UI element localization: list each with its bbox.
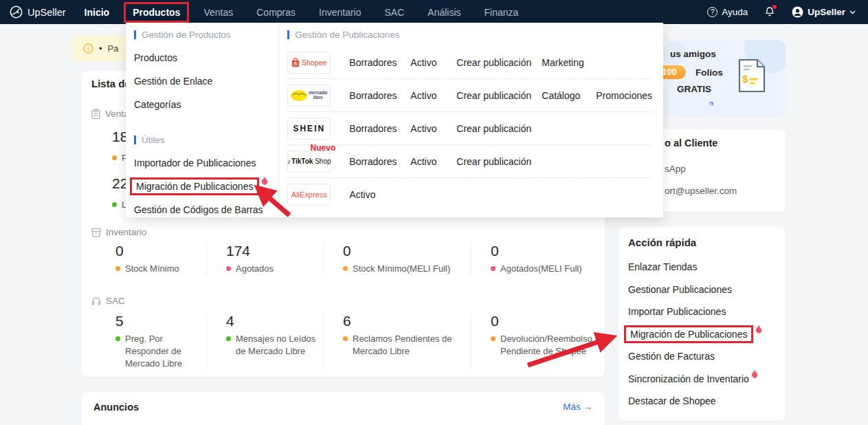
notifications-button[interactable] — [764, 6, 775, 18]
sac-stats: 5Preg. Por Responder de Mercado Libre4Me… — [81, 313, 592, 370]
red-dot — [491, 266, 496, 271]
nav-item-inicio[interactable]: Inicio — [85, 7, 110, 18]
stat-cell: 0Stock Mínimo(MELI Full) — [323, 243, 471, 275]
link-activo[interactable]: Activo — [410, 156, 456, 167]
stat-value: 4 — [226, 313, 323, 329]
whatsapp-link[interactable]: sApp — [665, 164, 686, 174]
stat-label-text: Devolución/Reembolso Pendiente de Shopee — [500, 333, 592, 358]
venta-section-label: Venta — [91, 109, 129, 119]
nav-item-sac[interactable]: SAC — [385, 7, 405, 18]
stat-label: Stock Mínimo(MELI Full) — [343, 263, 471, 275]
annotation-box: Migración de Publicaciones — [130, 177, 259, 195]
stat-value: 0 — [491, 313, 592, 329]
aliexpress-logo: AliExpress — [291, 190, 327, 199]
menu-item-label: Productos — [134, 52, 177, 63]
marketplace-logo-box: mercadolibre — [287, 85, 331, 107]
link-borradores[interactable]: Borradores — [349, 156, 410, 167]
notice-text: Pa — [108, 43, 119, 54]
nav-item-ventas[interactable]: Ventas — [203, 7, 233, 18]
orange-dot — [112, 155, 117, 160]
quick-action-destacar-de-shopee[interactable]: Destacar de Shopee — [628, 390, 776, 413]
link-crear-publicacion[interactable]: Crear publicación — [456, 123, 542, 134]
more-link[interactable]: Más → — [563, 402, 592, 425]
marketplace-logo-box: SHEIN — [287, 118, 331, 140]
nav-item-productos[interactable]: Productos — [133, 7, 180, 18]
link-marketing[interactable]: Marketing — [542, 57, 596, 68]
quick-action-migracion-de-publicaciones[interactable]: Migración de Publicaciones — [628, 323, 776, 346]
menu-item-categorias[interactable]: Categorías — [134, 93, 278, 116]
link-borradores[interactable]: Borradores — [349, 90, 410, 101]
stat-label: Mensajes no Leídos de Mercado Libre — [226, 333, 323, 358]
marketplace-links: BorradoresActivoCrear publicación — [349, 156, 542, 167]
user-avatar-icon — [792, 6, 803, 18]
clipboard-icon — [91, 109, 100, 119]
inventario-label-text: Inventario — [106, 227, 146, 237]
menu-item-gestion-de-codigos-de-barras[interactable]: Gestión de Códigos de Barras — [134, 198, 278, 221]
carousel-dot[interactable] — [709, 102, 713, 106]
quick-action-sincronizacion-de-inventario[interactable]: Sincronización de Inventario — [628, 368, 776, 391]
stat-label: Stock Mínimo — [115, 263, 206, 275]
quick-action-gestionar-publicaciones[interactable]: Gestionar Publicaciones — [628, 279, 776, 301]
link-crear-publicacion[interactable]: Crear publicación — [456, 57, 542, 68]
quick-actions-title: Acción rápida — [628, 237, 776, 250]
fire-icon — [755, 325, 763, 334]
menu-item-label: Categorías — [134, 99, 181, 110]
stat-cell: 4Mensajes no Leídos de Mercado Libre — [206, 313, 323, 370]
headset-icon — [91, 296, 101, 306]
link-activo[interactable]: Activo — [349, 189, 410, 200]
stat-label-text: Reclamos Pendientes de Mercado Libre — [353, 333, 461, 358]
link-activo[interactable]: Activo — [410, 123, 456, 134]
task-list-title: Lista de — [91, 78, 131, 89]
menu-section-header: Útiles — [134, 132, 278, 147]
quick-action-label: Gestionar Publicaciones — [628, 284, 732, 295]
stat-label: Agotados — [226, 263, 323, 275]
user-menu[interactable]: UpSeller — [792, 6, 856, 18]
nav-item-compras[interactable]: Compras — [256, 7, 296, 18]
nav-item-finanza[interactable]: Finanza — [485, 7, 519, 18]
nav-item-analisis[interactable]: Análisis — [427, 7, 460, 18]
menu-item-importador-de-publicaciones[interactable]: Importador de Publicaciones — [134, 151, 278, 175]
brand-logo[interactable]: UpSeller — [10, 6, 66, 19]
promo-text-line2: Folios — [695, 67, 723, 78]
dropdown-publications-panel: Gestión de Publicaciones SShopeeBorrador… — [279, 23, 663, 217]
link-activo[interactable]: Activo — [410, 57, 456, 68]
marketplace-links: BorradoresActivoCrear publicaciónMarketi… — [349, 57, 596, 68]
stat-label-text: Agotados(MELI Full) — [500, 263, 582, 275]
stat-cell: 6Reclamos Pendientes de Mercado Libre — [323, 313, 471, 370]
menu-item-label: Gestión de Enlace — [134, 76, 212, 87]
dropdown-left-menu: Gestión de ProductosProductosGestión de … — [126, 23, 279, 217]
marketplace-rows: SShopeeBorradoresActivoCrear publicación… — [287, 46, 652, 211]
link-crear-publicacion[interactable]: Crear publicación — [456, 156, 542, 167]
nav-item-inventario[interactable]: Inventario — [319, 7, 361, 18]
menu-item-migracion-de-publicaciones[interactable]: Migración de Publicaciones — [134, 175, 278, 198]
support-email[interactable]: ort@upseller.com — [665, 186, 737, 196]
nav-right: ? Ayuda UpSeller — [707, 6, 856, 18]
help-button[interactable]: ? Ayuda — [707, 7, 748, 17]
menu-item-productos[interactable]: Productos — [134, 46, 278, 69]
orange-dot — [115, 266, 120, 271]
link-crear-publicacion[interactable]: Crear publicación — [456, 90, 542, 101]
link-catalogo[interactable]: Catálogo — [542, 90, 596, 101]
link-borradores[interactable]: Borradores — [349, 123, 410, 134]
support-title: o al Cliente — [665, 138, 717, 149]
menu-item-gestion-de-enlace[interactable]: Gestión de Enlace — [134, 69, 278, 93]
quick-action-gestion-de-facturas[interactable]: Gestión de Facturas — [628, 345, 776, 368]
quick-action-enlazar-tiendas[interactable]: Enlazar Tiendas — [628, 256, 776, 279]
inventario-stats: 0Stock Mínimo174Agotados0Stock Mínimo(ME… — [81, 243, 592, 275]
marketplace-row-aliexpress: AliExpressActivo — [287, 178, 652, 211]
promo-text-line3: GRATIS — [677, 84, 711, 94]
nav-items: InicioProductosVentasComprasInventarioSA… — [85, 7, 519, 18]
new-badge: Nuevo — [311, 143, 336, 153]
upseller-dashboard: { "colors":{"annotation_red":"#e0232e","… — [0, 0, 868, 425]
inventario-section-label: Inventario — [91, 227, 146, 237]
nav-item-label: SAC — [385, 7, 405, 18]
link-activo[interactable]: Activo — [410, 90, 456, 101]
stat-label: Agotados(MELI Full) — [491, 263, 592, 275]
nav-item-label: Inventario — [319, 7, 361, 18]
marketplace-row-mercado-libre: mercadolibreBorradoresActivoCrear public… — [287, 79, 652, 112]
nav-item-label: Análisis — [427, 7, 460, 18]
link-borradores[interactable]: Borradores — [349, 57, 410, 68]
question-icon: ? — [707, 7, 717, 17]
quick-action-importar-publicaciones[interactable]: Importar Publicaciones — [628, 301, 776, 323]
link-promociones[interactable]: Promociones — [596, 90, 652, 101]
